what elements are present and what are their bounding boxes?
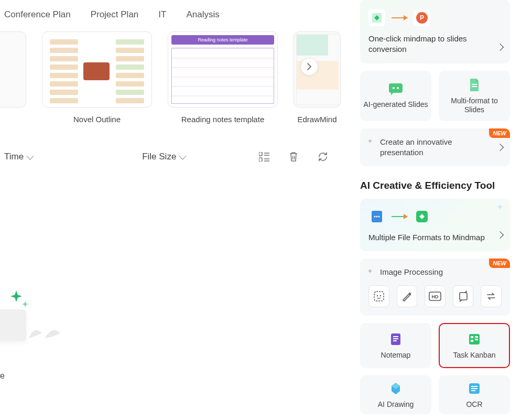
sparkle-icon <box>22 301 28 307</box>
trash-icon <box>289 152 298 162</box>
sort-filesize-label: File Size <box>142 152 176 162</box>
leaf-icon <box>26 320 63 341</box>
card-ai-generated-slides[interactable]: AI-generated Slides <box>360 71 431 121</box>
tab-conference-plan[interactable]: Conference Plan <box>4 9 71 20</box>
card-multi-format-slides[interactable]: Multi-format to Slides <box>439 71 510 121</box>
document-icon <box>468 78 481 92</box>
template-card-novel-outline[interactable]: Novel Outline <box>42 31 152 124</box>
svg-rect-28 <box>393 338 398 339</box>
sort-time-dropdown[interactable]: Time <box>4 152 32 162</box>
svg-point-18 <box>378 216 380 218</box>
face-icon <box>373 290 385 302</box>
file-toolbar: Time File Size <box>0 148 338 166</box>
sparkle-icon <box>10 290 22 302</box>
svg-point-17 <box>376 216 378 218</box>
ocr-icon <box>467 381 482 396</box>
tool-label: Notemap <box>381 351 411 359</box>
thumb-header: Reading notes template <box>171 35 274 45</box>
template-label: Reading notes template <box>168 107 278 124</box>
tool-magic-erase[interactable] <box>397 285 418 307</box>
card-text: Multiple File Formats to Mindmap <box>368 232 502 243</box>
powerpoint-icon: P <box>414 9 430 26</box>
template-card-reading-notes[interactable]: Reading notes template Reading notes tem… <box>168 31 278 124</box>
tab-project-plan[interactable]: Project Plan <box>91 9 139 20</box>
tool-label: Task Kanban <box>453 351 496 359</box>
tool-convert[interactable] <box>481 285 502 307</box>
svg-rect-33 <box>471 340 473 342</box>
template-thumbnail <box>0 31 26 107</box>
refresh-button[interactable] <box>314 148 332 166</box>
svg-rect-36 <box>471 386 477 387</box>
arrow-right-icon <box>392 17 407 18</box>
tool-ai-drawing[interactable]: AI Drawing <box>360 375 431 414</box>
card-label: Multi-format to Slides <box>439 96 510 114</box>
document-icon <box>368 208 385 225</box>
ai-drawing-icon <box>388 381 403 396</box>
card-image-processing[interactable]: NEW Image Processing HD <box>360 259 510 315</box>
swap-icon <box>485 290 497 302</box>
sort-time-label: Time <box>4 152 24 162</box>
svg-text:HD: HD <box>431 294 438 299</box>
edrawmind-icon <box>368 9 385 26</box>
template-card-edrawmind[interactable]: EdrawMind <box>294 31 341 124</box>
tab-it[interactable]: IT <box>158 9 166 20</box>
svg-point-21 <box>377 295 378 296</box>
carousel-next-button[interactable] <box>300 58 318 76</box>
sparkle-icon <box>495 203 505 212</box>
kanban-icon <box>467 332 482 347</box>
list-view-button[interactable] <box>255 148 273 166</box>
template-thumbnail: Reading notes template <box>168 31 278 107</box>
svg-rect-13 <box>472 84 477 85</box>
svg-rect-29 <box>393 340 397 341</box>
template-label: Novel Outline <box>42 107 152 124</box>
svg-rect-38 <box>471 390 475 391</box>
new-badge: NEW <box>489 128 510 138</box>
tool-hd-enhance[interactable]: HD <box>425 285 446 307</box>
tool-label: AI Drawing <box>378 400 414 408</box>
svg-rect-20 <box>374 292 384 301</box>
image-processing-tools: HD <box>368 285 502 307</box>
sparkle-icon <box>366 268 374 275</box>
svg-rect-1 <box>259 158 262 161</box>
tool-notemap[interactable]: Notemap <box>360 323 431 368</box>
right-sidebar: P One-click mindmap to slides conversion… <box>349 0 527 420</box>
card-text: One-click mindmap to slides conversion <box>368 34 502 55</box>
card-label: AI-generated Slides <box>361 100 431 109</box>
tab-analysis[interactable]: Analysis <box>186 9 219 20</box>
template-label <box>0 107 26 115</box>
card-multi-file-mindmap[interactable]: Multiple File Formats to Mindmap <box>360 199 510 251</box>
chat-slides-icon <box>388 82 404 96</box>
svg-rect-34 <box>475 339 478 340</box>
svg-text:P: P <box>420 14 424 21</box>
empty-state-illustration <box>0 278 68 383</box>
list-view-icon <box>259 152 269 161</box>
svg-rect-25 <box>460 293 467 300</box>
chevron-right-icon <box>307 63 312 70</box>
sparkle-icon <box>366 138 374 145</box>
tool-task-kanban[interactable]: Task Kanban <box>439 323 510 368</box>
delete-button[interactable] <box>285 148 302 166</box>
chevron-down-icon <box>179 153 187 160</box>
main-content: Conference Plan Project Plan IT Analysis <box>0 0 338 420</box>
template-label: EdrawMind <box>294 107 341 124</box>
tool-crop[interactable] <box>453 285 474 307</box>
svg-point-11 <box>393 87 395 89</box>
sort-filesize-dropdown[interactable]: File Size <box>142 152 184 162</box>
svg-rect-37 <box>471 388 477 389</box>
card-text: Create an innovative presentation <box>368 137 502 158</box>
tool-ocr[interactable]: OCR <box>439 375 510 414</box>
template-card-partial-left[interactable] <box>0 31 26 124</box>
new-badge: NEW <box>489 259 510 268</box>
templates-carousel: Novel Outline Reading notes template Rea… <box>0 25 338 124</box>
tool-remove-bg[interactable] <box>368 285 389 307</box>
template-category-tabs: Conference Plan Project Plan IT Analysis <box>0 0 338 25</box>
template-thumbnail <box>42 31 152 107</box>
tool-label: OCR <box>466 400 482 408</box>
card-oneclick-slides[interactable]: P One-click mindmap to slides conversion <box>360 0 510 63</box>
svg-point-12 <box>397 87 399 89</box>
two-card-row: AI-generated Slides Multi-format to Slid… <box>360 71 527 121</box>
card-icons: P <box>368 9 502 26</box>
svg-rect-14 <box>472 86 477 87</box>
card-create-presentation[interactable]: NEW Create an innovative presentation <box>360 128 510 167</box>
notemap-icon <box>388 332 403 347</box>
